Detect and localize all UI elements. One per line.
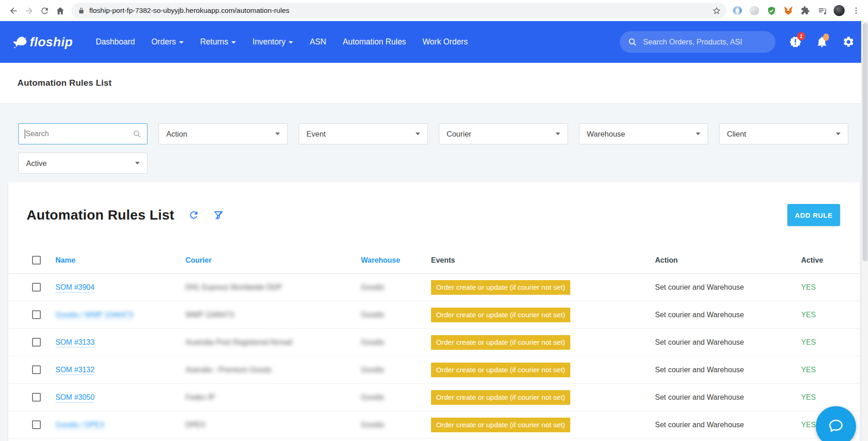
url-bar[interactable]: floship-port-fp-7382-so-ubyyjb.herokuapp… (71, 3, 726, 18)
chevron-down-icon (415, 132, 420, 135)
active-status: YES (801, 283, 860, 292)
page-title: Automation Rules List (17, 78, 112, 88)
event-badge: Order create or update (if courier not s… (431, 335, 570, 350)
filter-action-dropdown[interactable]: Action (158, 123, 288, 144)
rule-action: Set courier and Warehouse (655, 393, 801, 402)
rule-action: Set courier and Warehouse (655, 338, 801, 347)
browser-scrollbar[interactable] (861, 21, 868, 441)
rule-warehouse: Goodis (361, 283, 431, 292)
search-icon (133, 130, 142, 138)
nav-work-orders[interactable]: Work Orders (422, 37, 468, 47)
rule-name-link[interactable]: SOM #3132 (55, 366, 94, 374)
table-row: SOM #3904 DHL Express Worldwide DDP Good… (8, 274, 860, 301)
extension-globe-icon[interactable] (749, 5, 760, 16)
header-warehouse[interactable]: Warehouse (361, 256, 431, 265)
nav-inventory[interactable]: Inventory (252, 37, 293, 47)
add-rule-button[interactable]: ADD RULE (787, 204, 840, 226)
event-badge: Order create or update (if courier not s… (431, 390, 570, 405)
filter-warehouse-dropdown[interactable]: Warehouse (579, 123, 708, 144)
notifications-bell-icon[interactable] (815, 35, 829, 49)
active-status: YES (801, 311, 860, 319)
rule-courier: Asendia - Premium Goods (186, 366, 361, 374)
row-checkbox[interactable] (32, 393, 41, 402)
row-checkbox[interactable] (32, 310, 41, 319)
rule-name-link[interactable]: SOM #3050 (55, 393, 94, 401)
refresh-button[interactable] (188, 209, 199, 220)
settings-gear-icon[interactable] (841, 35, 855, 49)
home-icon[interactable] (52, 3, 68, 18)
rule-warehouse: Goodis (361, 366, 431, 374)
event-badge: Order create or update (if courier not s… (431, 418, 570, 432)
table-header-row: Name Courier Warehouse Events Action Act… (8, 247, 860, 274)
global-search-placeholder: Search Orders, Products, ASI (643, 38, 742, 46)
filter-off-icon (213, 209, 224, 220)
filter-client-dropdown[interactable]: Client (719, 123, 848, 144)
nav-returns[interactable]: Returns (200, 37, 236, 47)
rule-action: Set courier and Warehouse (655, 421, 801, 429)
floship-logo[interactable]: floship (11, 35, 73, 50)
active-status: YES (801, 393, 860, 402)
filter-event-dropdown[interactable]: Event (299, 123, 428, 144)
filter-search-placeholder: Search (26, 130, 49, 138)
page-header: Automation Rules List (0, 63, 868, 103)
global-search-input[interactable]: Search Orders, Products, ASI (620, 31, 775, 53)
refresh-icon (188, 209, 199, 220)
metamask-fox-icon[interactable] (783, 5, 794, 16)
extension-shield-icon[interactable] (766, 5, 777, 16)
select-all-checkbox[interactable] (32, 256, 41, 265)
filter-courier-dropdown[interactable]: Courier (439, 123, 568, 144)
table-row: Goodis / WMP 1046473 WMP 1046473 Goodis … (8, 301, 860, 329)
filter-active-dropdown[interactable]: Active (18, 153, 147, 174)
header-name[interactable]: Name (55, 256, 186, 265)
header-action: Action (655, 256, 801, 265)
rule-name-link[interactable]: SOM #3133 (55, 338, 94, 346)
row-checkbox[interactable] (32, 420, 41, 429)
filter-search-input[interactable]: Search (18, 123, 147, 144)
rule-name-link[interactable]: Goodis / WMP 1046473 (55, 311, 133, 319)
rule-name-link[interactable]: Goodis / DPEX (55, 421, 105, 429)
chevron-down-icon (289, 41, 293, 44)
chat-bubble-icon (826, 417, 846, 436)
extension-blue-icon[interactable] (732, 5, 743, 16)
url-text: floship-port-fp-7382-so-ubyyjb.herokuapp… (89, 6, 712, 15)
rule-name-link[interactable]: SOM #3904 (55, 283, 94, 291)
forward-icon[interactable] (21, 3, 37, 18)
chevron-down-icon (556, 132, 560, 135)
profile-avatar[interactable] (834, 5, 845, 16)
nav-dashboard[interactable]: Dashboard (96, 37, 135, 47)
brand-name: floship (30, 35, 73, 50)
main-content: Search Action Event Courier Warehouse Cl… (0, 103, 868, 441)
event-badge: Order create or update (if courier not s… (431, 280, 570, 295)
browser-menu-icon[interactable] (851, 5, 862, 16)
lock-icon (78, 7, 85, 14)
chevron-down-icon (231, 41, 236, 44)
row-checkbox[interactable] (32, 365, 41, 374)
rule-courier: DPEX (186, 421, 361, 429)
rule-warehouse: Goodis (361, 393, 431, 402)
chevron-down-icon (836, 132, 841, 135)
nav-automation-rules[interactable]: Automation Rules (343, 37, 406, 47)
rule-action: Set courier and Warehouse (655, 283, 801, 292)
rule-courier: WMP 1046473 (186, 311, 361, 319)
row-checkbox[interactable] (32, 283, 41, 292)
extensions-puzzle-icon[interactable] (800, 5, 811, 16)
chevron-down-icon (135, 162, 140, 165)
card-header: Automation Rules List ADD RULE (8, 182, 860, 226)
rule-courier: DHL Express Worldwide DDP (186, 283, 361, 292)
row-checkbox[interactable] (32, 338, 41, 347)
active-status: YES (801, 338, 860, 347)
media-playlist-icon[interactable] (817, 5, 828, 16)
alerts-icon[interactable]: 1 (788, 35, 802, 49)
filter-bar: Search Action Event Courier Warehouse Cl… (0, 104, 868, 174)
header-courier[interactable]: Courier (186, 256, 361, 265)
nav-asn[interactable]: ASN (310, 37, 326, 47)
rule-warehouse: Goodis (361, 338, 431, 347)
table-row: Goodis / DPEX DPEX Goodis Order create o… (8, 411, 860, 439)
bookmark-star-icon[interactable] (712, 6, 721, 15)
back-icon[interactable] (5, 3, 21, 18)
clear-filters-button[interactable] (213, 209, 224, 220)
scrollbar-thumb[interactable] (863, 23, 868, 261)
nav-orders[interactable]: Orders (152, 37, 184, 47)
table-row: SOM #3050 Fedex IP Goodis Order create o… (8, 384, 860, 411)
reload-icon[interactable] (37, 3, 52, 18)
